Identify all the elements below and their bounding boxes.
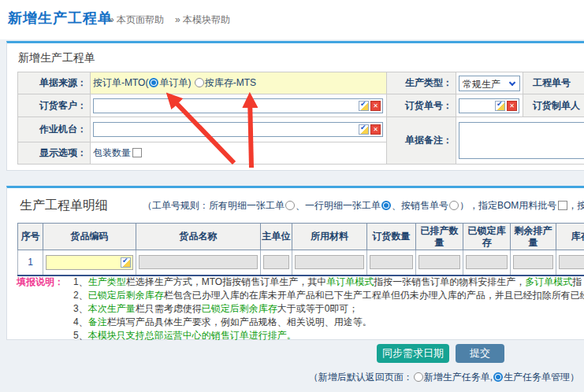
clear-icon[interactable] xyxy=(370,124,381,135)
detail-table: 序号 货品编码 货品名称 主单位 所用材料 订货数量 已排产数量 已锁定库存 剩… xyxy=(17,223,584,276)
item-name-cell xyxy=(136,250,261,276)
machine-cell xyxy=(91,117,387,142)
col-remaining-qty: 剩余排产量 xyxy=(511,224,556,250)
detail-row-1: 1 xyxy=(18,250,584,276)
work-order-no-label: 工程单号 xyxy=(523,72,584,94)
submit-button[interactable]: 提交 xyxy=(456,344,504,363)
customer-cell xyxy=(91,94,387,117)
remaining-qty-input xyxy=(513,255,553,269)
radio-rule-all-in-one[interactable] xyxy=(285,201,295,210)
production-type-select[interactable]: 常规生产 xyxy=(459,76,520,91)
detail-section-title: 生产工程单明细 xyxy=(20,198,108,214)
return-opt2-label: 生产任务单管理 xyxy=(504,372,570,383)
new-order-panel: 新增生产工程单 单据来源： 按订单-MTO(单订单) 按库存-MTS 生产类型：… xyxy=(6,41,584,171)
chevron-down-icon xyxy=(509,79,515,85)
sync-demand-date-button[interactable]: 同步需求日期 xyxy=(377,344,449,363)
radio-rule-per-line[interactable] xyxy=(381,201,391,210)
order-no-label: 订货单号： xyxy=(387,94,456,117)
source-options-cell: 按订单-MTO(单订单) 按库存-MTS xyxy=(91,72,387,94)
remark-cell xyxy=(456,117,584,165)
unit-input xyxy=(263,255,289,269)
scheduled-qty-input xyxy=(418,255,460,269)
note-line-2: 2、已锁定后剩余库存栏包含已办理入库的在库未开单产品和已下生产工程单但仍未办理入… xyxy=(73,289,584,302)
lockable-stock-cell xyxy=(556,250,584,276)
material-input xyxy=(295,255,364,269)
rule-opt-all-label: 所有明细一张工单 xyxy=(209,200,285,211)
scheduled-qty-cell xyxy=(416,250,463,276)
remaining-qty-cell xyxy=(511,250,556,276)
note-line-4: 4、备注栏填写产品具体生产要求，例如产品规格、相关说明、用途等。 xyxy=(73,316,372,329)
detail-header-row: 序号 货品编码 货品名称 主单位 所用材料 订货数量 已排产数量 已锁定库存 剩… xyxy=(18,224,584,250)
item-code-input[interactable] xyxy=(46,255,133,270)
select-icon[interactable] xyxy=(495,101,505,111)
mts-label: 按库存-MTS xyxy=(205,77,256,88)
unit-cell xyxy=(261,250,292,276)
order-maker-label: 订货制单人 xyxy=(523,94,584,117)
col-scheduled-qty: 已排产数量 xyxy=(416,224,463,250)
display-options-label: 显示选项： xyxy=(18,142,91,165)
display-options-cell: 包装数量 xyxy=(91,142,387,165)
remark-textarea[interactable] xyxy=(459,122,584,159)
single-order-label: 单订单) xyxy=(159,77,191,88)
rules-suffix: ），指定BOM用料批号 xyxy=(459,200,556,211)
radio-return-new-task[interactable] xyxy=(414,372,423,382)
note-line-5: 5、本模块只支持总部运营中心的销售订单进行排产。 xyxy=(73,329,296,342)
order-form-table: 单据来源： 按订单-MTO(单订单) 按库存-MTS 生产类型： 常规生产 工程… xyxy=(17,72,584,165)
page-help-link[interactable]: » 本页面帮助 xyxy=(109,13,164,27)
return-page-options: （新增后默认返回页面：新增生产任务单,生产任务单管理） xyxy=(309,371,579,384)
select-icon[interactable] xyxy=(359,101,369,111)
note-line-3: 3、本次生产量栏只需考虑使得已锁定后剩余库存大于或等于0即可； xyxy=(73,302,358,316)
lockable-stock-input xyxy=(559,255,584,269)
order-detail-panel: 生产工程单明细 （工单号规则：所有明细一张工单、一行明细一张工单、按销售单号），… xyxy=(6,186,584,340)
col-item-code: 货品编码 xyxy=(43,224,136,250)
radio-rule-by-sales-no[interactable] xyxy=(449,201,459,210)
return-prefix: （新增后默认返回页面： xyxy=(309,372,413,383)
item-name-input xyxy=(139,255,258,269)
panel-title: 新增生产工程单 xyxy=(18,51,95,65)
module-help-link[interactable]: » 本模块帮助 xyxy=(175,13,230,27)
customer-label: 订货客户： xyxy=(18,94,91,117)
clear-icon[interactable] xyxy=(370,101,381,111)
material-cell xyxy=(292,250,367,276)
page-header: 新增生产工程单 » 本页面帮助 » 本模块帮助 xyxy=(0,0,584,39)
col-locked-stock: 已锁定库存 xyxy=(463,224,511,250)
locked-stock-cell xyxy=(463,250,511,276)
notes-label: 填报说明： xyxy=(17,276,64,289)
col-index: 序号 xyxy=(18,224,43,250)
machine-input[interactable] xyxy=(93,122,383,137)
return-suffix: ） xyxy=(570,372,579,383)
note-line-1: 1、生产类型栏选择生产方式，MTO指按销售订单生产，其中单订单模式指按一张销售订… xyxy=(73,276,582,289)
rule-opt-salesno-label: 、按销售单号 xyxy=(392,200,448,211)
order-no-input[interactable] xyxy=(459,98,519,113)
order-qty-input xyxy=(370,255,413,269)
production-type-label: 生产类型： xyxy=(387,72,456,94)
rules-prefix: （工单号规则： xyxy=(143,200,209,211)
order-no-cell xyxy=(456,94,523,117)
col-unit: 主单位 xyxy=(261,224,292,250)
col-lockable-stock: 库存可锁定量 xyxy=(556,224,584,250)
remark-label: 单据备注： xyxy=(387,117,456,165)
radio-single-order[interactable] xyxy=(149,78,158,87)
rule-opt-perline-label: 、一行明细一张工单 xyxy=(296,200,381,211)
clear-icon[interactable] xyxy=(507,101,517,111)
select-icon[interactable] xyxy=(121,257,131,268)
machine-label: 作业机台： xyxy=(18,117,91,142)
col-item-name: 货品名称 xyxy=(136,224,261,250)
radio-return-task-manage[interactable] xyxy=(493,372,503,382)
select-icon[interactable] xyxy=(359,124,369,135)
col-order-qty: 订货数量 xyxy=(367,224,416,250)
return-opt1-label: 新增生产任务单, xyxy=(424,372,493,383)
radio-mts[interactable] xyxy=(195,78,204,87)
production-type-cell: 常规生产 xyxy=(456,72,523,94)
rules-tail: ，按 xyxy=(567,200,584,211)
item-code-cell xyxy=(43,250,136,276)
customer-input[interactable] xyxy=(93,98,383,113)
work-order-rules: （工单号规则：所有明细一张工单、一行明细一张工单、按销售单号），指定BOM用料批… xyxy=(143,199,584,213)
page-title: 新增生产工程单 xyxy=(8,9,113,28)
package-qty-checkbox[interactable] xyxy=(132,148,142,157)
source-option-mto-text: 按订单-MTO( xyxy=(93,77,148,88)
row-index: 1 xyxy=(18,250,43,276)
locked-stock-input xyxy=(466,255,508,269)
bom-batch-checkbox[interactable] xyxy=(558,201,567,210)
order-qty-cell xyxy=(367,250,416,276)
